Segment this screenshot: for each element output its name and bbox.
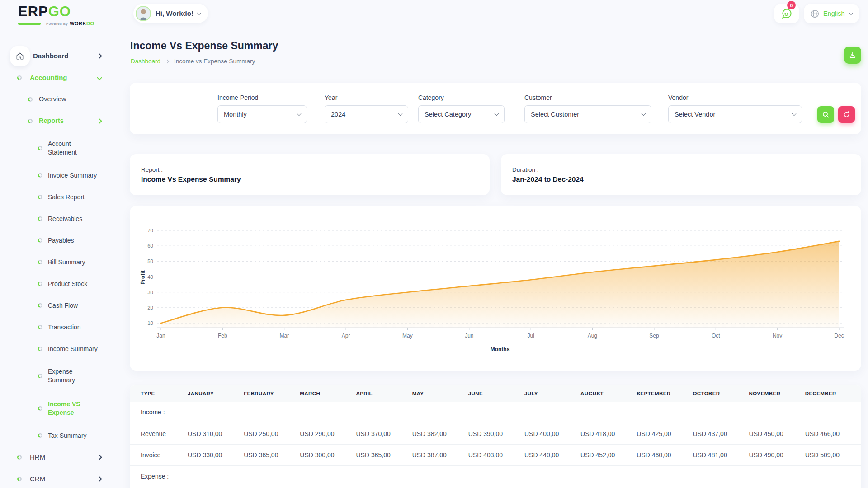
sidebar-item-label: Income Summary xyxy=(48,345,98,353)
bullet-icon xyxy=(38,238,42,243)
row-type: Revenue xyxy=(130,423,188,444)
svg-text:Nov: Nov xyxy=(773,333,782,339)
breadcrumb: Dashboard Income vs Expense Summary xyxy=(131,58,255,65)
sidebar-item-bill-summary[interactable]: Bill Summary xyxy=(0,251,122,273)
sidebar-item-label: CRM xyxy=(30,474,45,483)
sidebar-item-income-vs-expense[interactable]: Income VS Expense xyxy=(0,392,122,425)
page-title: Income Vs Expense Summary xyxy=(130,40,278,52)
cell-value: USD 365,00 xyxy=(244,444,300,465)
filter-actions xyxy=(817,106,855,123)
svg-text:10: 10 xyxy=(147,320,153,326)
breadcrumb-dashboard-link[interactable]: Dashboard xyxy=(131,58,160,65)
chevron-right-icon xyxy=(97,53,102,58)
duration-label: Duration : xyxy=(512,166,861,173)
category-select[interactable]: Select Category xyxy=(418,105,505,123)
svg-text:Apr: Apr xyxy=(342,333,350,339)
breadcrumb-current: Income vs Expense Summary xyxy=(174,58,255,65)
filter-label: Income Period xyxy=(217,94,307,101)
filter-label: Year xyxy=(325,94,408,101)
avatar-image xyxy=(137,7,150,20)
bullet-icon xyxy=(17,477,22,481)
table-header-june: JUNE xyxy=(468,385,524,402)
svg-text:40: 40 xyxy=(147,274,153,280)
selected-value: 2024 xyxy=(331,111,345,118)
table-section-row: Income : xyxy=(130,402,861,423)
sidebar-item-label: Income VS Expense xyxy=(48,400,93,417)
chevron-right-icon xyxy=(97,455,102,460)
table-section-row: Expense : xyxy=(130,465,861,487)
sidebar-item-receivables[interactable]: Receivables xyxy=(0,208,122,230)
year-select[interactable]: 2024 xyxy=(325,105,408,123)
search-button[interactable] xyxy=(817,106,834,123)
sidebar-item-label: Account Statement xyxy=(48,140,93,157)
sidebar-item-hrm[interactable]: HRM xyxy=(0,446,122,468)
app-logo[interactable]: ERPGO Powered By WORKDO xyxy=(18,4,94,26)
bullet-icon xyxy=(38,260,42,264)
bullet-icon xyxy=(38,195,42,199)
sidebar-item-label: Reports xyxy=(39,117,64,126)
cell-value: USD 437,00 xyxy=(693,423,749,444)
svg-text:Feb: Feb xyxy=(218,333,227,339)
sidebar-item-product-stock[interactable]: Product Stock xyxy=(0,273,122,295)
chevron-down-icon xyxy=(495,111,499,116)
user-menu-button[interactable]: Hi, Workdo! xyxy=(133,4,208,23)
cell-value: USD 509,00 xyxy=(805,444,861,465)
svg-text:50: 50 xyxy=(147,258,153,264)
sidebar-item-accounting[interactable]: Accounting xyxy=(0,67,122,89)
income-period-select[interactable]: Monthly xyxy=(217,105,307,123)
sidebar-item-label: Invoice Summary xyxy=(48,171,97,180)
table-header-may: MAY xyxy=(412,385,468,402)
sidebar-item-dashboard[interactable]: Dashboard xyxy=(0,45,122,67)
sidebar-item-reports[interactable]: Reports xyxy=(0,110,122,132)
sidebar-item-cash-flow[interactable]: Cash Flow xyxy=(0,295,122,316)
cell-value: USD 440,00 xyxy=(524,444,580,465)
filter-field-income-period: Income PeriodMonthly xyxy=(217,94,307,123)
sidebar-item-label: Accounting xyxy=(30,73,67,82)
reset-button[interactable] xyxy=(838,106,855,123)
sidebar-item-overview[interactable]: Overview xyxy=(0,89,122,110)
language-selector[interactable]: English xyxy=(804,4,859,23)
vendor-select[interactable]: Select Vendor xyxy=(668,105,802,123)
sidebar-item-sales-report[interactable]: Sales Report xyxy=(0,186,122,208)
sidebar-item-payables[interactable]: Payables xyxy=(0,230,122,251)
cell-value: USD 382,00 xyxy=(412,423,468,444)
user-avatar xyxy=(136,6,151,21)
table-header-january: JANUARY xyxy=(188,385,244,402)
home-icon-box xyxy=(10,46,30,66)
sidebar-item-expense-summary[interactable]: Expense Summary xyxy=(0,360,122,392)
cell-value: USD 450,00 xyxy=(749,423,805,444)
sidebar-item-label: Product Stock xyxy=(48,280,87,288)
svg-text:Sep: Sep xyxy=(649,333,659,339)
cell-value: USD 390,00 xyxy=(468,423,524,444)
table-header-november: NOVEMBER xyxy=(749,385,805,402)
row-type: Invoice xyxy=(130,444,188,465)
sidebar-item-crm[interactable]: CRM xyxy=(0,468,122,488)
table-header-type: TYPE xyxy=(130,385,188,402)
sidebar-item-invoice-summary[interactable]: Invoice Summary xyxy=(0,164,122,186)
cell-value: USD 330,00 xyxy=(188,444,244,465)
table-row-invoice: InvoiceUSD 330,00USD 365,00USD 300,00USD… xyxy=(130,444,861,465)
cell-value: USD 425,00 xyxy=(637,423,693,444)
report-label: Report : xyxy=(141,166,490,173)
svg-text:Dec: Dec xyxy=(834,333,844,339)
sidebar-item-label: Bill Summary xyxy=(48,258,85,267)
sidebar-item-tax-summary[interactable]: Tax Summary xyxy=(0,425,122,446)
bullet-icon xyxy=(38,374,42,378)
download-button[interactable] xyxy=(844,47,861,64)
sidebar-item-label: Overview xyxy=(39,95,66,104)
messages-button[interactable]: 0 xyxy=(774,4,799,23)
cell-value: USD 403,00 xyxy=(468,444,524,465)
table-header-december: DECEMBER xyxy=(805,385,861,402)
selected-value: Select Vendor xyxy=(675,111,715,118)
table-header-march: MARCH xyxy=(300,385,356,402)
sidebar-item-account-statement[interactable]: Account Statement xyxy=(0,132,122,164)
sidebar-item-income-summary[interactable]: Income Summary xyxy=(0,338,122,360)
bullet-icon xyxy=(38,347,42,351)
filter-panel: Income PeriodMonthlyYear2024CategorySele… xyxy=(130,83,861,134)
chevron-right-icon xyxy=(97,118,102,123)
customer-select[interactable]: Select Customer xyxy=(524,105,651,123)
table-header-february: FEBRUARY xyxy=(244,385,300,402)
sidebar-item-transaction[interactable]: Transaction xyxy=(0,316,122,338)
cell-value: USD 310,00 xyxy=(188,423,244,444)
logo-underline xyxy=(18,23,41,25)
